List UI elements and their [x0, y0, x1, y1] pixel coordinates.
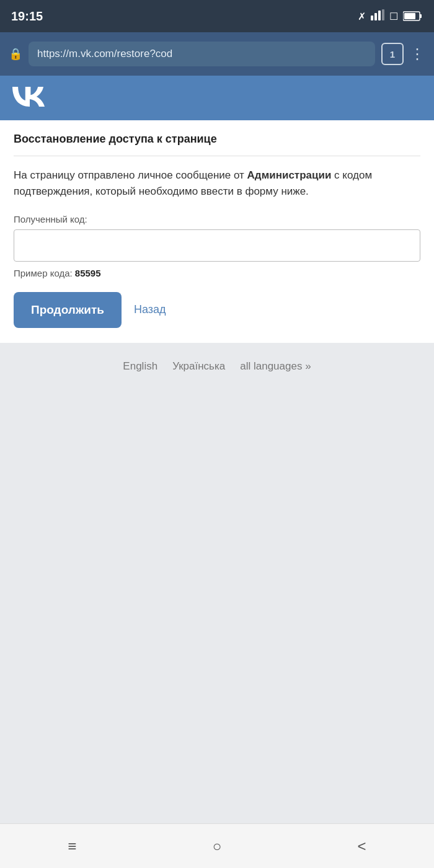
- tab-count-button[interactable]: 1: [381, 43, 404, 65]
- nav-menu-button[interactable]: ≡: [53, 831, 92, 861]
- svg-rect-3: [382, 9, 384, 20]
- status-bar: 19:15 ✗ ☐: [0, 0, 434, 32]
- vk-header: [0, 76, 434, 120]
- example-code: 85595: [75, 268, 101, 278]
- svg-rect-2: [378, 11, 381, 20]
- footer-area: English Українська all languages »: [0, 343, 434, 823]
- browser-bar: 🔒 https://m.vk.com/restore?cod 1 ⋮: [0, 32, 434, 76]
- svg-rect-1: [374, 13, 377, 20]
- nav-home-button[interactable]: ○: [198, 831, 237, 861]
- svg-rect-0: [371, 16, 373, 20]
- nav-back-button[interactable]: <: [342, 831, 381, 861]
- example-text: Пример кода: 85595: [14, 268, 420, 278]
- lock-icon: 🔒: [9, 47, 22, 61]
- url-bar[interactable]: https://m.vk.com/restore?cod: [29, 42, 375, 66]
- main-content: Восстановление доступа к странице На стр…: [0, 120, 434, 343]
- vk-logo: [12, 84, 45, 112]
- lang-ukrainian[interactable]: Українська: [172, 360, 225, 373]
- battery-icon: [403, 11, 423, 22]
- description-bold: Администрации: [247, 169, 332, 181]
- status-icons: ✗ ☐: [358, 9, 423, 23]
- bluetooth-icon: ✗: [358, 11, 366, 22]
- browser-menu-button[interactable]: ⋮: [410, 45, 425, 63]
- signal-icon: [371, 9, 384, 23]
- code-input[interactable]: [14, 229, 420, 262]
- actions-row: Продолжить Назад: [14, 292, 420, 328]
- field-label: Полученный код:: [14, 214, 420, 224]
- description-part1: На страницу отправлено личное сообщение …: [14, 169, 247, 181]
- status-time: 19:15: [11, 9, 43, 24]
- sim-icon: ☐: [389, 11, 398, 22]
- svg-rect-6: [420, 14, 422, 18]
- example-label: Пример кода:: [14, 268, 75, 278]
- language-links: English Українська all languages »: [123, 360, 311, 373]
- continue-button[interactable]: Продолжить: [14, 292, 122, 328]
- lang-english[interactable]: English: [123, 360, 157, 373]
- description-text: На страницу отправлено личное сообщение …: [14, 167, 420, 200]
- svg-rect-5: [404, 13, 415, 19]
- page-title: Восстановление доступа к странице: [14, 133, 420, 156]
- back-button[interactable]: Назад: [134, 303, 166, 316]
- bottom-nav: ≡ ○ <: [0, 823, 434, 868]
- lang-all[interactable]: all languages »: [240, 360, 311, 373]
